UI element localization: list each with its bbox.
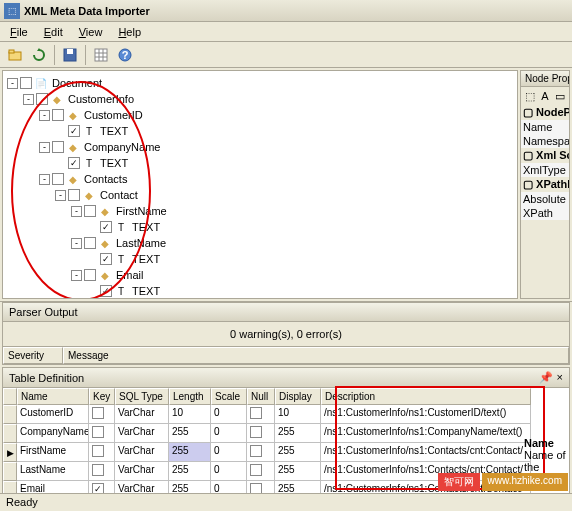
grid-header-len[interactable]: Length — [169, 388, 211, 405]
tree-checkbox[interactable] — [52, 141, 64, 153]
menu-view[interactable]: View — [71, 24, 111, 40]
cell-name[interactable]: LastName — [17, 462, 89, 481]
tree-checkbox[interactable]: ✓ — [100, 285, 112, 297]
cell-sql[interactable]: VarChar — [115, 424, 169, 443]
prop-label[interactable]: XmlType — [521, 163, 569, 177]
cell-scale[interactable]: 0 — [211, 443, 247, 462]
cell-key[interactable] — [89, 443, 115, 462]
menu-file[interactable]: File — [2, 24, 36, 40]
cell-sql[interactable]: VarChar — [115, 462, 169, 481]
tree-node-text[interactable]: ✓TTEXT — [7, 123, 513, 139]
tree-expander-icon[interactable]: - — [55, 190, 66, 201]
checkbox[interactable] — [92, 426, 104, 438]
tree-node-customerinfo[interactable]: -◆CustomerInfo — [7, 91, 513, 107]
toolbar-grid-icon[interactable] — [90, 44, 112, 66]
prop-label[interactable]: Absolute — [521, 192, 569, 206]
tree-node-text[interactable]: ✓TTEXT — [7, 251, 513, 267]
tree-expander-icon[interactable]: - — [39, 174, 50, 185]
tree-node-contacts[interactable]: -◆Contacts — [7, 171, 513, 187]
table-row[interactable]: ▶FirstNameVarChar2550255/ns1:CustomerInf… — [3, 443, 569, 462]
tree-expander-icon[interactable]: - — [7, 78, 18, 89]
tree-checkbox[interactable] — [52, 109, 64, 121]
table-row[interactable]: CompanyNameVarChar2550255/ns1:CustomerIn… — [3, 424, 569, 443]
cell-key[interactable] — [89, 405, 115, 424]
cell-name[interactable]: CompanyName — [17, 424, 89, 443]
prop-category[interactable]: ▢ NodePro — [521, 105, 569, 120]
tree-node-document[interactable]: -📄Document — [7, 75, 513, 91]
cell-len[interactable]: 255 — [169, 443, 211, 462]
row-selector[interactable] — [3, 424, 17, 443]
cell-sql[interactable]: VarChar — [115, 443, 169, 462]
toolbar-help-icon[interactable]: ? — [114, 44, 136, 66]
menu-help[interactable]: Help — [110, 24, 149, 40]
close-icon[interactable]: × — [557, 371, 563, 384]
table-row[interactable]: CustomerIDVarChar10010/ns1:CustomerInfo/… — [3, 405, 569, 424]
prop-category[interactable]: ▢ Xml Sch — [521, 148, 569, 163]
grid-header-name[interactable]: Name — [17, 388, 89, 405]
cell-name[interactable]: CustomerID — [17, 405, 89, 424]
cell-desc[interactable]: /ns1:CustomerInfo/ns1:CompanyName/text() — [321, 424, 531, 443]
tree-checkbox[interactable] — [36, 93, 48, 105]
grid-header-sql[interactable]: SQL Type — [115, 388, 169, 405]
tree-expander-icon[interactable]: - — [23, 94, 34, 105]
cell-scale[interactable]: 0 — [211, 405, 247, 424]
checkbox[interactable] — [92, 464, 104, 476]
tree-checkbox[interactable] — [84, 205, 96, 217]
parser-col-severity[interactable]: Severity — [3, 347, 63, 364]
row-selector[interactable] — [3, 462, 17, 481]
cell-desc[interactable]: /ns1:CustomerInfo/ns1:Contacts/cnt:Conta… — [321, 443, 531, 462]
tree-checkbox[interactable]: ✓ — [68, 157, 80, 169]
row-selector[interactable]: ▶ — [3, 443, 17, 462]
grid-header-desc[interactable]: Description — [321, 388, 531, 405]
toolbar-open-icon[interactable] — [4, 44, 26, 66]
grid-header-key[interactable]: Key — [89, 388, 115, 405]
toolbar-refresh-icon[interactable] — [28, 44, 50, 66]
tree-checkbox[interactable] — [20, 77, 32, 89]
tree-node-customerid[interactable]: -◆CustomerID — [7, 107, 513, 123]
cell-scale[interactable]: 0 — [211, 462, 247, 481]
parser-col-message[interactable]: Message — [63, 347, 569, 364]
row-selector[interactable] — [3, 405, 17, 424]
cell-disp[interactable]: 255 — [275, 443, 321, 462]
tree-node-companyname[interactable]: -◆CompanyName — [7, 139, 513, 155]
tree-expander-icon[interactable]: - — [39, 110, 50, 121]
prop-label[interactable]: Name — [521, 120, 569, 134]
tree-checkbox[interactable]: ✓ — [68, 125, 80, 137]
checkbox[interactable] — [250, 407, 262, 419]
prop-label[interactable]: XPath — [521, 206, 569, 220]
cell-key[interactable] — [89, 462, 115, 481]
tree-checkbox[interactable] — [84, 269, 96, 281]
tree-checkbox[interactable]: ✓ — [100, 253, 112, 265]
cell-key[interactable] — [89, 424, 115, 443]
cell-disp[interactable]: 10 — [275, 405, 321, 424]
cell-null[interactable] — [247, 462, 275, 481]
grid-header-scale[interactable]: Scale — [211, 388, 247, 405]
cell-len[interactable]: 255 — [169, 462, 211, 481]
checkbox[interactable] — [250, 464, 262, 476]
tree-expander-icon[interactable]: - — [39, 142, 50, 153]
cell-len[interactable]: 10 — [169, 405, 211, 424]
cell-disp[interactable]: 255 — [275, 424, 321, 443]
tree-checkbox[interactable] — [84, 237, 96, 249]
tree-node-text[interactable]: ✓TTEXT — [7, 155, 513, 171]
prop-page-icon[interactable]: ▭ — [553, 89, 567, 103]
prop-label[interactable]: Namespac — [521, 134, 569, 148]
prop-sort-icon[interactable]: ⬚ — [523, 89, 537, 103]
tree-checkbox[interactable]: ✓ — [100, 221, 112, 233]
tree-node-email[interactable]: -◆Email — [7, 267, 513, 283]
tree-node-firstname[interactable]: -◆FirstName — [7, 203, 513, 219]
tree-expander-icon[interactable]: - — [71, 270, 82, 281]
tree-expander-icon[interactable]: - — [71, 238, 82, 249]
grid-header-null[interactable]: Null — [247, 388, 275, 405]
tree-node-text[interactable]: ✓TTEXT — [7, 283, 513, 299]
prop-cat-icon[interactable]: A — [538, 89, 552, 103]
checkbox[interactable] — [250, 426, 262, 438]
cell-name[interactable]: FirstName — [17, 443, 89, 462]
tree-expander-icon[interactable]: - — [71, 206, 82, 217]
tree-node-contact[interactable]: -◆Contact — [7, 187, 513, 203]
cell-sql[interactable]: VarChar — [115, 405, 169, 424]
toolbar-save-icon[interactable] — [59, 44, 81, 66]
tree-checkbox[interactable] — [68, 189, 80, 201]
cell-null[interactable] — [247, 443, 275, 462]
pin-icon[interactable]: 📌 — [539, 371, 553, 384]
